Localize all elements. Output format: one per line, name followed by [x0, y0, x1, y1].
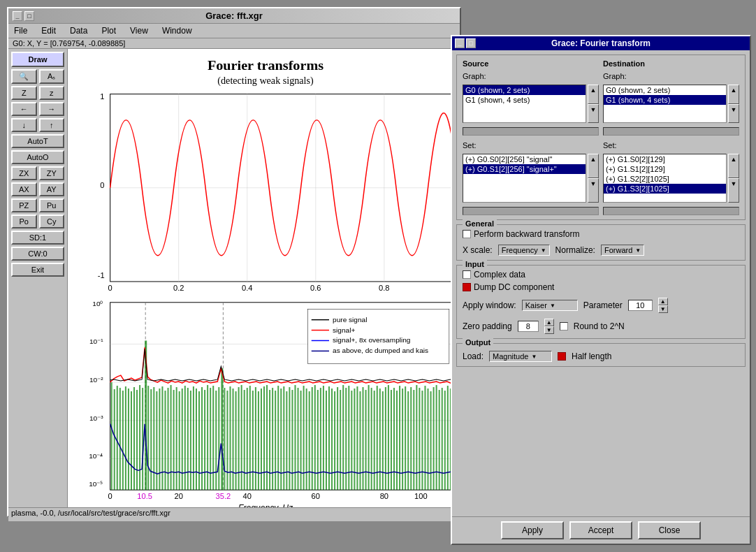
- source-set-hscroll[interactable]: [463, 207, 599, 215]
- svg-rect-139: [419, 388, 420, 490]
- close-button[interactable]: Close: [638, 521, 701, 539]
- zero-padding-spin-down[interactable]: ▼: [544, 326, 554, 334]
- zx-tool[interactable]: ZX: [11, 166, 37, 180]
- dest-set-item-3[interactable]: (+) G1.S3[2][1025]: [604, 184, 726, 194]
- menu-window[interactable]: Window: [159, 25, 195, 36]
- dest-graph-hscroll[interactable]: [603, 127, 739, 136]
- dest-graph-item-1[interactable]: G1 (shown, 4 sets): [604, 95, 726, 105]
- source-graph-scroll-down[interactable]: ▼: [588, 104, 599, 124]
- ay-tool[interactable]: AY: [39, 182, 65, 196]
- zy-tool[interactable]: ZY: [39, 166, 65, 180]
- right-tool[interactable]: →: [39, 102, 65, 116]
- plot-area[interactable]: Fourier transforms (detecting weak signa…: [68, 49, 460, 507]
- menu-file[interactable]: File: [11, 25, 30, 36]
- text-tool[interactable]: Aₛ: [39, 69, 65, 84]
- dest-graph-item-0[interactable]: G0 (shown, 2 sets): [604, 85, 726, 95]
- source-set-list[interactable]: (+) G0.S0[2][256] "signal" (+) G0.S1[2][…: [463, 154, 586, 203]
- accept-button[interactable]: Accept: [569, 521, 632, 539]
- dest-graph-scroll-up[interactable]: ▲: [728, 85, 739, 104]
- svg-rect-32: [117, 386, 118, 490]
- zero-padding-spinner: ▲ ▼: [544, 319, 554, 334]
- exit-button[interactable]: Exit: [11, 263, 64, 277]
- source-set-scroll-up[interactable]: ▲: [588, 154, 599, 178]
- zero-padding-spin-up[interactable]: ▲: [544, 319, 554, 326]
- complex-data-checkbox[interactable]: [463, 270, 471, 279]
- dest-set-item-0[interactable]: (+) G1.S0[2][129]: [604, 154, 726, 164]
- parameter-spin-up[interactable]: ▲: [658, 298, 668, 305]
- zero-padding-input[interactable]: [518, 321, 539, 332]
- svg-rect-87: [272, 388, 273, 490]
- menu-edit[interactable]: Edit: [38, 25, 59, 36]
- normalize-dropdown[interactable]: Forward ▼: [601, 245, 644, 256]
- svg-rect-39: [136, 390, 138, 490]
- source-set-item-1[interactable]: (+) G0.S1[2][256] "signal+": [463, 164, 586, 174]
- main-window: _ □ Grace: fft.xgr File Edit Data Plot V…: [7, 7, 461, 517]
- round-to-checkbox[interactable]: [560, 322, 568, 331]
- menu-view[interactable]: View: [127, 25, 151, 36]
- source-set-scroll-down[interactable]: ▼: [588, 178, 599, 203]
- svg-rect-137: [413, 390, 414, 490]
- half-length-label: Half length: [572, 351, 611, 361]
- source-graph-list[interactable]: G0 (shown, 2 sets) G1 (shown, 4 sets): [463, 85, 586, 123]
- search-tool[interactable]: 🔍: [11, 69, 37, 84]
- dest-set-scroll-up[interactable]: ▲: [728, 154, 739, 178]
- source-graph-item-1[interactable]: G1 (shown, 4 sets): [463, 95, 586, 105]
- window-dropdown[interactable]: Kaiser ▼: [522, 300, 578, 311]
- svg-rect-99: [306, 388, 307, 490]
- up-tool[interactable]: ↑: [39, 118, 65, 132]
- source-graph-item-0[interactable]: G0 (shown, 2 sets): [463, 85, 586, 95]
- svg-rect-55: [182, 388, 183, 490]
- svg-rect-54: [179, 391, 180, 490]
- svg-rect-110: [337, 387, 338, 490]
- backward-transform-checkbox[interactable]: [463, 230, 471, 238]
- left-tool[interactable]: ←: [11, 102, 37, 116]
- menu-data[interactable]: Data: [67, 25, 90, 36]
- svg-rect-112: [342, 385, 344, 490]
- dest-set-list[interactable]: (+) G1.S0[2][129] (+) G1.S1[2][129] (+) …: [603, 154, 727, 203]
- dest-graph-list[interactable]: G0 (shown, 2 sets) G1 (shown, 4 sets): [603, 85, 727, 123]
- apply-button[interactable]: Apply: [501, 521, 564, 539]
- source-graph-hscroll[interactable]: [463, 127, 599, 136]
- down-tool[interactable]: ↓: [11, 118, 37, 132]
- maximize-btn[interactable]: □: [24, 11, 34, 21]
- dest-set-hscroll[interactable]: [603, 207, 739, 215]
- menu-plot[interactable]: Plot: [99, 25, 119, 36]
- parameter-spin-down[interactable]: ▼: [658, 305, 668, 313]
- ax-tool[interactable]: AX: [11, 182, 37, 196]
- parameter-input[interactable]: [628, 300, 653, 311]
- autoo-button[interactable]: AutoO: [11, 150, 64, 164]
- svg-rect-102: [314, 385, 316, 490]
- svg-rect-80: [252, 391, 254, 490]
- draw-button[interactable]: Draw: [11, 52, 64, 67]
- dest-graph-scroll-down[interactable]: ▼: [728, 104, 739, 124]
- fft-minimize-btn[interactable]: _: [455, 38, 465, 48]
- svg-rect-126: [382, 391, 384, 490]
- svg-rect-115: [351, 391, 352, 490]
- fft-maximize-btn[interactable]: □: [466, 38, 476, 48]
- source-graph-scroll-up[interactable]: ▲: [588, 85, 599, 104]
- minimize-btn[interactable]: _: [13, 11, 22, 21]
- pu-tool[interactable]: Pu: [39, 198, 65, 212]
- dest-set-item-1[interactable]: (+) G1.S1[2][129]: [604, 164, 726, 174]
- xscale-dropdown[interactable]: Frequency ▼: [498, 245, 550, 256]
- window-arrow-icon: ▼: [550, 303, 555, 309]
- svg-rect-40: [139, 385, 140, 490]
- svg-rect-69: [221, 368, 223, 490]
- po-tool[interactable]: Po: [11, 215, 37, 228]
- dest-set-label: Set:: [603, 141, 739, 150]
- autot-button[interactable]: AutoT: [11, 134, 64, 148]
- zero-padding-label: Zero padding: [463, 321, 512, 331]
- cy-tool[interactable]: Cy: [39, 215, 65, 228]
- general-label: General: [463, 219, 497, 228]
- source-set-item-0[interactable]: (+) G0.S0[2][256] "signal": [463, 154, 586, 164]
- svg-rect-98: [303, 386, 305, 490]
- zoom-out-tool[interactable]: z: [39, 86, 65, 100]
- svg-rect-128: [388, 385, 389, 490]
- svg-rect-133: [402, 388, 403, 490]
- dest-set-item-2[interactable]: (+) G1.S2[2][1025]: [604, 174, 726, 184]
- dest-set-scroll-down[interactable]: ▼: [728, 178, 739, 203]
- load-dropdown[interactable]: Magnitude ▼: [489, 351, 552, 362]
- source-graph-scroll: ▲ ▼: [588, 85, 599, 123]
- pz-tool[interactable]: PZ: [11, 198, 37, 212]
- zoom-in-tool[interactable]: Z: [11, 86, 37, 100]
